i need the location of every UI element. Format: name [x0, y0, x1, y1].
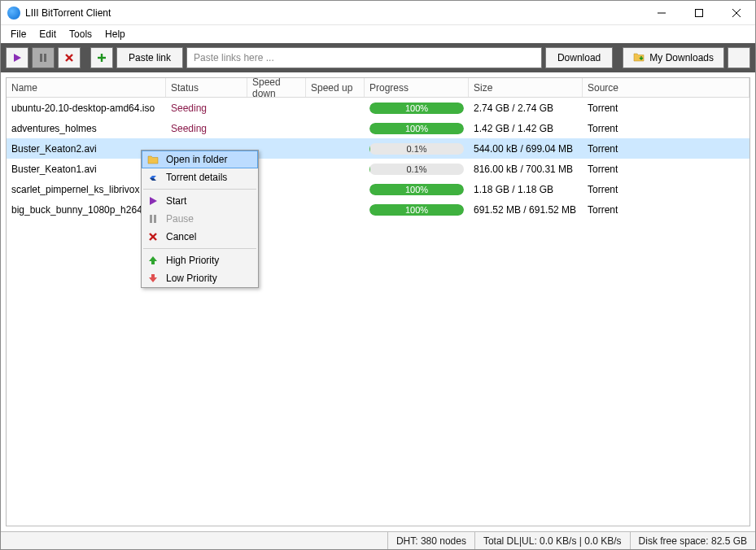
context-menu-label: Pause	[166, 213, 250, 225]
cell-status: Seeding	[166, 103, 247, 114]
cell-source: Torrent	[583, 184, 749, 195]
context-menu-separator	[143, 248, 256, 249]
col-speeddown[interactable]: Speed down	[247, 78, 306, 97]
window-controls	[643, 1, 755, 25]
context-menu-item[interactable]: Open in folder	[142, 151, 258, 168]
paste-link-label: Paste link	[129, 52, 171, 63]
context-menu-label: Low Priority	[166, 273, 250, 284]
svg-rect-15	[154, 215, 156, 223]
down-icon	[146, 272, 160, 285]
table-row[interactable]: big_buck_bunny_1080p_h264100%691.52 MB /…	[7, 199, 749, 220]
pause-button[interactable]	[32, 47, 55, 68]
context-menu-label: Open in folder	[166, 154, 250, 165]
table-row[interactable]: Buster_Keaton2.avi0.1%544.00 kB / 699.04…	[7, 138, 749, 159]
context-menu-item[interactable]: High Priority	[142, 251, 258, 269]
cell-progress: 100%	[365, 184, 469, 195]
col-size[interactable]: Size	[469, 78, 583, 97]
cell-size: 2.74 GB / 2.74 GB	[469, 103, 583, 114]
pause-icon	[146, 212, 160, 225]
cell-source: Torrent	[583, 204, 749, 216]
download-label: Download	[557, 52, 601, 63]
app-icon	[7, 7, 20, 20]
cell-size: 816.00 kB / 700.31 MB	[469, 164, 583, 175]
download-button[interactable]: Download	[545, 47, 613, 68]
start-icon	[146, 194, 160, 207]
rows-container: ubuntu-20.10-desktop-amd64.isoSeeding100…	[7, 98, 749, 526]
col-name[interactable]: Name	[7, 78, 166, 97]
my-downloads-button[interactable]: My Downloads	[623, 47, 724, 68]
context-menu: Open in folderTorrent detailsStartPauseC…	[141, 150, 259, 288]
menubar: File Edit Tools Help	[1, 25, 755, 43]
minimize-button[interactable]	[643, 1, 680, 25]
close-button[interactable]	[718, 1, 755, 25]
cell-size: 544.00 kB / 699.04 MB	[469, 143, 583, 155]
status-disk: Disk free space: 82.5 GB	[630, 532, 755, 549]
menu-file[interactable]: File	[4, 27, 33, 41]
status-speeds: Total DL|UL: 0.0 KB/s | 0.0 KB/s	[474, 532, 630, 549]
cell-name: ubuntu-20.10-desktop-amd64.iso	[7, 103, 166, 114]
svg-rect-5	[40, 54, 42, 62]
cell-source: Torrent	[583, 123, 749, 134]
context-menu-label: Start	[166, 195, 250, 207]
menu-help[interactable]: Help	[98, 27, 132, 41]
cell-source: Torrent	[583, 143, 749, 155]
cell-size: 1.18 GB / 1.18 GB	[469, 184, 583, 195]
cell-size: 1.42 GB / 1.42 GB	[469, 123, 583, 134]
svg-marker-18	[149, 256, 157, 264]
table-row[interactable]: ubuntu-20.10-desktop-amd64.isoSeeding100…	[7, 98, 749, 118]
col-source[interactable]: Source	[583, 78, 749, 97]
context-menu-item[interactable]: Torrent details	[142, 168, 258, 186]
start-button[interactable]	[6, 47, 28, 68]
folder-icon	[146, 153, 160, 166]
context-menu-item[interactable]: Low Priority	[142, 269, 258, 287]
context-menu-item: Pause	[142, 210, 258, 228]
status-dht: DHT: 380 nodes	[387, 532, 474, 549]
my-downloads-label: My Downloads	[649, 52, 714, 63]
cell-source: Torrent	[583, 164, 749, 175]
folder-icon	[633, 51, 645, 65]
menu-tools[interactable]: Tools	[63, 27, 98, 41]
table-row[interactable]: adventures_holmesSeeding100%1.42 GB / 1.…	[7, 118, 749, 138]
cell-status: Seeding	[166, 123, 247, 134]
context-menu-item[interactable]: Cancel	[142, 228, 258, 246]
svg-marker-13	[150, 197, 157, 205]
toolbar: Paste link Download My Downloads	[1, 43, 755, 72]
column-headers: Name Status Speed down Speed up Progress…	[7, 78, 749, 98]
svg-rect-6	[44, 54, 46, 62]
cell-name: adventures_holmes	[7, 123, 166, 134]
cell-progress: 100%	[365, 123, 469, 134]
add-button[interactable]	[90, 47, 113, 68]
col-progress[interactable]: Progress	[365, 78, 469, 97]
cell-progress: 0.1%	[365, 143, 469, 155]
window-title: LIII BitTorrent Client	[25, 7, 643, 19]
cell-source: Torrent	[583, 103, 749, 114]
cancel-button[interactable]	[58, 47, 81, 68]
torrent-list: Name Status Speed down Speed up Progress…	[6, 77, 750, 526]
menu-edit[interactable]: Edit	[33, 27, 63, 41]
titlebar: LIII BitTorrent Client	[1, 1, 755, 25]
context-menu-label: High Priority	[166, 255, 250, 266]
statusbar: DHT: 380 nodes Total DL|UL: 0.0 KB/s | 0…	[1, 531, 755, 549]
paste-link-button[interactable]: Paste link	[116, 47, 183, 68]
svg-rect-14	[150, 215, 152, 223]
svg-rect-1	[696, 9, 703, 16]
col-status[interactable]: Status	[166, 78, 247, 97]
link-input[interactable]	[186, 47, 542, 68]
table-row[interactable]: Buster_Keaton1.avi0.1%816.00 kB / 700.31…	[7, 159, 749, 179]
svg-marker-4	[14, 54, 21, 62]
context-menu-item[interactable]: Start	[142, 192, 258, 210]
cell-progress: 0.1%	[365, 164, 469, 175]
context-menu-label: Cancel	[166, 231, 250, 242]
cell-progress: 100%	[365, 103, 469, 114]
table-row[interactable]: scarlet_pimpernel_ks_librivox100%1.18 GB…	[7, 179, 749, 199]
svg-marker-19	[149, 274, 157, 282]
cell-progress: 100%	[365, 204, 469, 216]
maximize-button[interactable]	[680, 1, 718, 25]
up-icon	[146, 254, 160, 267]
settings-button[interactable]	[728, 47, 750, 68]
cancel-icon	[146, 230, 160, 243]
details-icon	[146, 171, 160, 184]
cell-size: 691.52 MB / 691.52 MB	[469, 204, 583, 216]
col-speedup[interactable]: Speed up	[306, 78, 365, 97]
context-menu-label: Torrent details	[166, 172, 250, 183]
